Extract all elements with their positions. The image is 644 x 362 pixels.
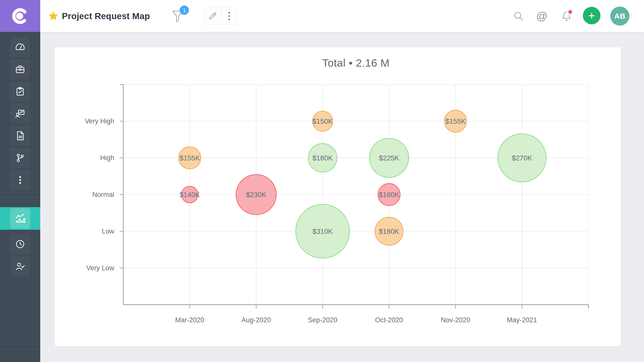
user-avatar[interactable]: AB — [610, 7, 629, 26]
filter-count-badge: 1 — [180, 6, 189, 15]
y-axis-label: High — [100, 154, 114, 162]
y-axis-label: Low — [102, 228, 114, 235]
branch-icon — [15, 153, 25, 163]
sidebar-item-dashboard[interactable] — [10, 37, 30, 57]
document-icon — [15, 130, 25, 141]
sidebar-item-more[interactable] — [10, 170, 30, 190]
x-axis-label: May-2021 — [507, 316, 537, 324]
bubble-label: $225K — [379, 154, 399, 162]
x-axis-label: Sep-2020 — [308, 316, 337, 324]
sidebar-item-projects[interactable] — [10, 59, 30, 79]
kebab-menu-icon — [228, 11, 231, 21]
bubble-label: $310K — [312, 228, 333, 235]
bubble-label: $155K — [445, 117, 466, 125]
person-chart-icon — [15, 108, 25, 119]
user-check-icon — [15, 261, 25, 272]
dashboard-gauge-icon — [15, 42, 25, 53]
x-axis-label: Nov-2020 — [441, 316, 470, 324]
sidebar-divider-top — [0, 197, 40, 198]
ellipsis-icon — [19, 175, 22, 185]
x-axis-label: Aug-2020 — [242, 316, 271, 324]
app-logo[interactable] — [0, 0, 40, 32]
bubble-label: $140K — [180, 191, 200, 199]
bubble-label: $150K — [312, 117, 333, 125]
bubble-label: $270K — [512, 154, 532, 162]
favorite-star-icon[interactable] — [48, 11, 58, 21]
notification-dot — [568, 10, 572, 14]
sidebar-item-reports-doc[interactable] — [10, 126, 30, 146]
report-card: Total • 2.16 M Very HighHighNormalLowVer… — [55, 47, 621, 346]
pencil-icon — [208, 11, 218, 21]
bubble-chart: Very HighHighNormalLowVery LowMar-2020Au… — [55, 47, 621, 346]
bubble-label: $155K — [180, 154, 200, 162]
add-button[interactable]: + — [583, 7, 600, 24]
search-icon[interactable] — [513, 11, 524, 22]
analytics-chart-icon — [15, 213, 26, 224]
y-axis-label: Normal — [92, 191, 114, 198]
page-title: Project Request Map — [62, 11, 150, 21]
more-options-button[interactable] — [221, 8, 237, 24]
sidebar-item-workflow[interactable] — [10, 148, 30, 168]
logo-c-icon — [10, 6, 31, 27]
y-axis-label: Very High — [85, 117, 114, 125]
x-axis-label: Mar-2020 — [175, 316, 204, 324]
bubble-label: $180K — [312, 154, 333, 162]
clock-icon — [15, 239, 25, 249]
sidebar-item-resources[interactable] — [10, 104, 30, 124]
sidebar-item-timesheets[interactable] — [10, 234, 30, 254]
sidebar-item-tasks[interactable] — [10, 81, 30, 102]
header-divider — [198, 11, 198, 21]
active-item-highlight — [10, 208, 30, 229]
clipboard-check-icon — [15, 86, 25, 97]
x-axis-label: Oct-2020 — [375, 316, 403, 324]
notifications-button[interactable] — [560, 10, 573, 23]
edit-button[interactable] — [205, 8, 221, 24]
sidebar-divider-bottom — [0, 349, 40, 350]
bubble-label: $230K — [246, 191, 266, 199]
briefcase-icon — [15, 64, 25, 75]
bubble-label: $160K — [379, 191, 399, 199]
view-actions-group — [204, 8, 237, 25]
mentions-icon[interactable]: @ — [536, 11, 547, 22]
top-header: Project Request Map 1 @ — [0, 0, 644, 32]
sidebar-item-analytics-active[interactable] — [0, 207, 40, 230]
y-axis-label: Very Low — [86, 264, 114, 272]
sidebar-item-approvals[interactable] — [10, 256, 30, 276]
sidebar-nav — [0, 32, 40, 362]
bubble-label: $180K — [379, 228, 399, 235]
